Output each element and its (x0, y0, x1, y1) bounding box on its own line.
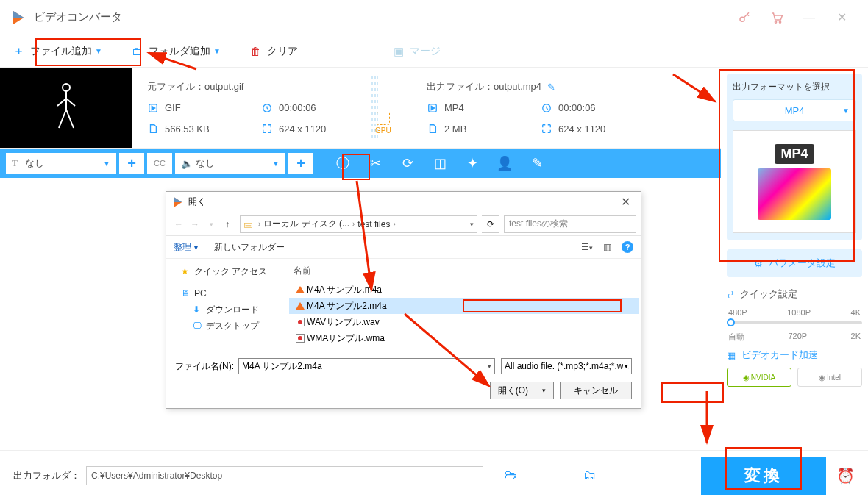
add-folder-label: フォルダ追加 (149, 45, 210, 58)
filename-input[interactable]: M4A サンプル2.m4a▾ (238, 358, 495, 374)
back-icon[interactable]: ← (171, 219, 187, 229)
alarm-icon[interactable]: ⏰ (836, 467, 855, 485)
up-icon[interactable]: ↑ (219, 219, 235, 229)
source-duration: 00:00:06 (279, 102, 316, 113)
close-button[interactable]: ✕ (825, 3, 858, 32)
svg-point-2 (779, 21, 780, 22)
convert-button[interactable]: 変換 (701, 457, 826, 495)
dialog-titlebar: 開く ✕ (166, 192, 641, 212)
chevron-down-icon[interactable]: ▾ (488, 362, 491, 370)
breadcrumb[interactable]: 🖴 › ローカル ディスク (... › test files › ▾ (240, 215, 477, 233)
add-subtitle-button[interactable]: + (119, 153, 144, 174)
bottom-bar: 出力フォルダ： C:¥Users¥Administrator¥Desktop 🗁… (0, 450, 868, 500)
resolution-icon (261, 124, 273, 134)
cart-icon[interactable] (761, 3, 793, 32)
file-row[interactable]: WMAサンプル.wma (289, 330, 639, 346)
preview-pane-icon[interactable]: ▥ (603, 242, 611, 252)
slider-icon: ⚙ (754, 258, 763, 269)
license-key-icon[interactable] (728, 3, 761, 32)
file-icon (427, 124, 438, 134)
slider-labels-bottom: 自動720P2K (727, 332, 862, 343)
open-button[interactable]: 開く(O)▾ (490, 382, 554, 399)
subtitle-select[interactable]: Tなし▼ (6, 153, 116, 174)
quick-settings: ⇄クイック設定 480P1080P4K 自動720P2K (727, 288, 862, 343)
resolution-slider[interactable] (727, 321, 862, 324)
format-thumbnail[interactable]: MP4 (733, 130, 856, 233)
cancel-button[interactable]: キャンセル (560, 382, 632, 399)
output-file-label: 出力ファイル：output.mp4 (427, 80, 541, 93)
file-type-filter[interactable]: All audio file. (*.mp3;*.m4a;*.wa▾ (501, 358, 632, 374)
video-thumbnail[interactable] (0, 68, 132, 148)
history-chevron-icon[interactable]: ▾ (203, 221, 219, 228)
forward-icon[interactable]: → (187, 219, 203, 229)
file-row[interactable]: M4A サンプル.m4a (289, 282, 639, 298)
edit-icon[interactable]: ✎ (521, 149, 553, 178)
chevron-down-icon[interactable]: ▾ (536, 382, 546, 399)
sidebar-item-pc[interactable]: 🖥PC (171, 285, 283, 301)
watermark-icon[interactable]: 👤 (488, 149, 521, 178)
edit-pen-icon[interactable]: ✎ (547, 82, 555, 93)
cut-icon[interactable]: ✂ (359, 149, 391, 178)
parameter-settings-button[interactable]: ⚙パラメータ設定 (727, 249, 862, 277)
refresh-icon[interactable]: ⟳ (482, 215, 499, 233)
intel-button[interactable]: ◉Intel (797, 368, 862, 387)
chevron-down-icon: ▼ (95, 47, 102, 55)
audio-icon (294, 318, 307, 326)
breadcrumb-part[interactable]: test files (357, 219, 390, 229)
sidebar-item-desktop[interactable]: 🖵デスクトップ (171, 318, 283, 334)
help-icon[interactable]: ? (622, 241, 633, 253)
chevron-down-icon: ▼ (842, 107, 850, 115)
app-logo-icon (10, 10, 26, 26)
breadcrumb-part[interactable]: ローカル ディスク (... (263, 218, 349, 230)
gpu-accel: ▦ビデオカード加速 ◉NVIDIA ◉Intel (727, 349, 862, 387)
clock-icon (541, 103, 552, 113)
mp4-badge: MP4 (775, 144, 814, 164)
trash-icon: 🗑 (250, 45, 261, 57)
chip-icon: ▦ (727, 350, 736, 361)
dialog-nav: ← → ▾ ↑ 🖴 › ローカル ディスク (... › test files … (166, 212, 641, 236)
open-folder-icon[interactable]: 🗁 (504, 468, 517, 483)
minimize-button[interactable]: — (793, 3, 825, 32)
organize-menu[interactable]: 整理▼ (174, 241, 199, 254)
info-icon[interactable]: ⓘ (327, 149, 359, 178)
sidebar-item-downloads[interactable]: ⬇ダウンロード (171, 301, 283, 318)
add-file-button[interactable]: ＋ ファイル追加 ▼ (13, 44, 102, 58)
quick-title: ⇄クイック設定 (727, 288, 862, 301)
effects-icon[interactable]: ✦ (456, 149, 488, 178)
rotate-icon[interactable]: ⟳ (391, 149, 424, 178)
cc-button[interactable]: CC (147, 153, 172, 174)
dialog-tools: 整理▼ 新しいフォルダー ☰▾ ▥ ? (166, 236, 641, 259)
output-folder-path[interactable]: C:¥Users¥Administrator¥Desktop (86, 466, 483, 485)
column-header-name[interactable]: 名前 (289, 263, 639, 282)
drive-icon: 🖴 (243, 219, 252, 229)
new-folder-button[interactable]: 新しいフォルダー (214, 241, 285, 254)
merge-button: ▣ マージ (394, 45, 441, 58)
chevron-down-icon[interactable]: ▾ (623, 362, 628, 370)
view-icon[interactable]: ☰▾ (581, 242, 593, 252)
file-row-selected[interactable]: M4A サンプル2.m4a (289, 298, 639, 314)
sidebar-item-quick-access[interactable]: ★クイック アクセス (171, 263, 283, 279)
annotation-box (661, 382, 724, 403)
nvidia-button[interactable]: ◉NVIDIA (727, 368, 791, 387)
filename-label: ファイル名(N): (175, 360, 234, 373)
slider-labels-top: 480P1080P4K (727, 308, 862, 317)
audio-select[interactable]: 🔈なし▼ (175, 153, 285, 174)
add-audio-button[interactable]: + (288, 153, 313, 174)
svg-point-3 (63, 84, 70, 91)
chevron-down-icon: ▼ (103, 160, 110, 168)
crop-icon[interactable]: ◫ (424, 149, 456, 178)
pc-icon: 🖥 (181, 288, 194, 299)
add-folder-button[interactable]: 🗀 フォルダ追加 ▼ (132, 45, 221, 58)
clear-button[interactable]: 🗑 クリア (250, 45, 298, 58)
search-input[interactable]: test filesの検索 (504, 215, 636, 233)
text-icon: T (12, 157, 25, 169)
gpu-badge: GPU (375, 112, 391, 135)
dialog-close-icon[interactable]: ✕ (616, 195, 635, 209)
toolbar: ＋ ファイル追加 ▼ 🗀 フォルダ追加 ▼ 🗑 クリア ▣ マージ (0, 35, 868, 68)
output-duration: 00:00:06 (558, 102, 596, 113)
file-row[interactable]: WAVサンプル.wav (289, 314, 639, 330)
output-folder-label: 出力フォルダ： (13, 469, 80, 482)
format-select[interactable]: MP4▼ (733, 99, 856, 121)
slider-knob[interactable] (727, 318, 735, 326)
browse-folder-icon[interactable]: 🗂 (583, 468, 597, 483)
